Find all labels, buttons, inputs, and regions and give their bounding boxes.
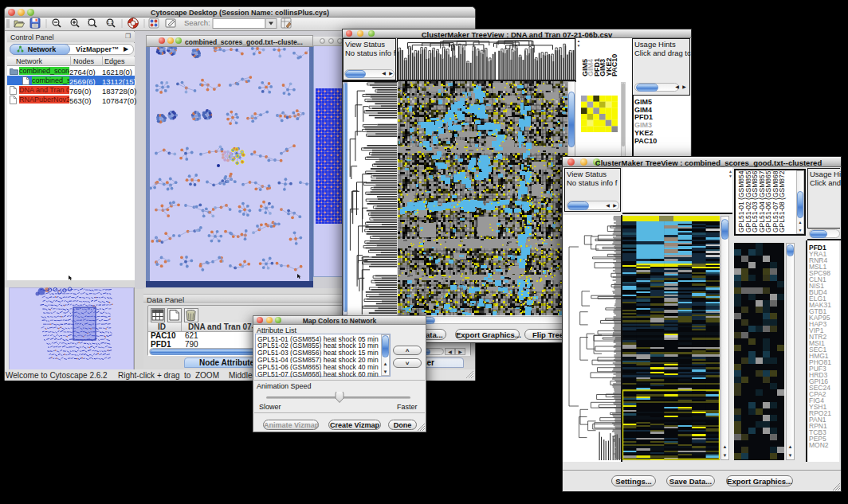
svg-text:Search:: Search:	[184, 18, 210, 27]
svg-text:1:1: 1:1	[108, 21, 113, 25]
